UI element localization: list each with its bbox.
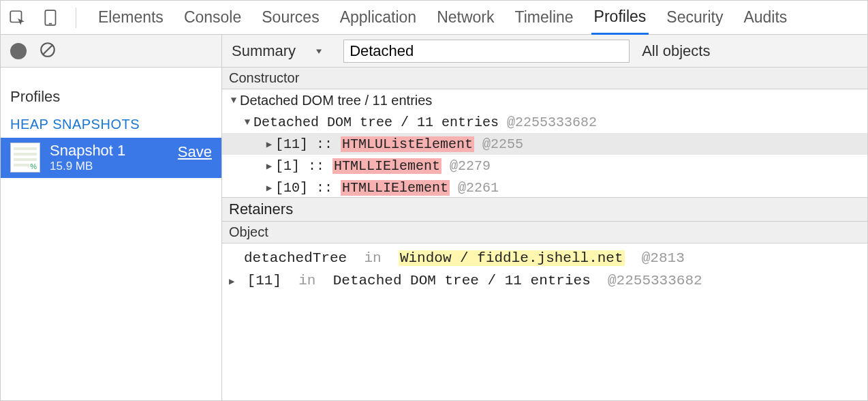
object-column-header[interactable]: Object (222, 222, 867, 243)
tree-row[interactable]: Detached DOM tree / 11 entries @22553336… (222, 111, 867, 133)
record-icon[interactable] (10, 43, 27, 59)
count: [11] (275, 136, 308, 152)
tab-application[interactable]: Application (337, 8, 420, 33)
separator: :: (308, 158, 324, 174)
scope-dropdown[interactable]: All objects (642, 42, 710, 60)
tree-row[interactable]: [10] :: HTMLLIElement @2261 (222, 177, 867, 197)
toggle-device-toolbar-icon[interactable] (42, 8, 61, 27)
tab-timeline[interactable]: Timeline (512, 8, 576, 33)
class-filter-input[interactable] (343, 40, 630, 63)
caret-icon[interactable] (229, 95, 238, 106)
property-name: detachedTree (244, 250, 347, 266)
sidebar-section-title: Profiles (1, 68, 221, 113)
context-label: Window / fiddle.jshell.net (399, 250, 625, 266)
snapshot-save-link[interactable]: Save (178, 143, 212, 161)
separator: :: (316, 180, 332, 196)
caret-icon[interactable] (243, 117, 252, 128)
object-id: @2255 (482, 136, 523, 152)
tree-row[interactable]: [11] :: HTMLUListElement @2255 (222, 133, 867, 155)
tree-row-root[interactable]: Detached DOM tree / 11 entries (222, 89, 867, 111)
retainer-row[interactable]: detachedTree in Window / fiddle.jshell.n… (229, 248, 861, 270)
profiles-main: Summary All objects Constructor Detached… (222, 35, 867, 400)
svg-rect-1 (45, 10, 55, 25)
main-toolbar: Summary All objects (222, 35, 867, 68)
tab-audits[interactable]: Audits (741, 8, 790, 33)
caret-icon[interactable] (264, 138, 274, 150)
object-id: @2279 (450, 158, 491, 174)
panel-tabbar: Elements Console Sources Application Net… (1, 1, 867, 35)
caret-icon[interactable] (264, 160, 274, 172)
snapshot-icon: % (10, 143, 40, 173)
clear-icon[interactable] (39, 41, 57, 61)
tab-security[interactable]: Security (664, 8, 726, 33)
tree-label: Detached DOM tree / 11 entries (240, 93, 432, 108)
tab-elements[interactable]: Elements (95, 8, 166, 33)
context-label: Detached DOM tree / 11 entries (333, 273, 591, 288)
constructor-column-header[interactable]: Constructor (222, 68, 867, 89)
view-dropdown[interactable]: Summary (232, 42, 331, 60)
object-id: @2255333682 (507, 115, 597, 130)
sidebar-toolbar (1, 35, 221, 68)
tree-row[interactable]: [1] :: HTMLLIElement @2279 (222, 155, 867, 177)
constructor-tree: Detached DOM tree / 11 entries Detached … (222, 89, 867, 197)
devtools-root: Elements Console Sources Application Net… (0, 0, 868, 401)
heap-snapshots-heading: HEAP SNAPSHOTS (1, 113, 221, 138)
object-id: @2813 (642, 250, 685, 266)
element-type: HTMLLIElement (332, 158, 441, 174)
tab-sources[interactable]: Sources (259, 8, 322, 33)
tab-console[interactable]: Console (181, 8, 244, 33)
keyword-in: in (290, 273, 324, 288)
element-type: HTMLLIElement (341, 180, 450, 196)
separator: :: (316, 136, 332, 152)
element-type: HTMLUListElement (341, 136, 474, 152)
caret-icon[interactable]: ▶ (229, 275, 238, 290)
class-filter (343, 40, 630, 63)
object-id: @2255333682 (608, 273, 702, 288)
retainers-tree: detachedTree in Window / fiddle.jshell.n… (222, 243, 867, 400)
snapshot-meta: Snapshot 1 15.9 MB (50, 142, 168, 174)
tree-label: Detached DOM tree / 11 entries (253, 115, 499, 130)
count: [1] (275, 158, 300, 174)
snapshot-item[interactable]: % Snapshot 1 15.9 MB Save (1, 138, 221, 178)
tab-network[interactable]: Network (434, 8, 497, 33)
svg-line-4 (42, 44, 52, 55)
profiles-sidebar: Profiles HEAP SNAPSHOTS % Snapshot 1 15.… (1, 35, 222, 400)
tabbar-divider (76, 8, 76, 28)
retainer-row[interactable]: ▶ [11] in Detached DOM tree / 11 entries… (229, 270, 861, 293)
object-id: @2261 (458, 180, 499, 196)
count: [11] (247, 273, 281, 288)
panel-body: Profiles HEAP SNAPSHOTS % Snapshot 1 15.… (1, 35, 867, 400)
retainers-header[interactable]: Retainers (222, 197, 867, 222)
snapshot-size: 15.9 MB (50, 160, 168, 173)
keyword-in: in (356, 250, 390, 266)
inspect-element-icon[interactable] (7, 8, 27, 27)
tab-profiles[interactable]: Profiles (591, 8, 649, 35)
caret-icon[interactable] (264, 182, 274, 194)
count: [10] (275, 180, 308, 196)
snapshot-name: Snapshot 1 (50, 142, 168, 160)
view-dropdown-label: Summary (232, 42, 296, 60)
